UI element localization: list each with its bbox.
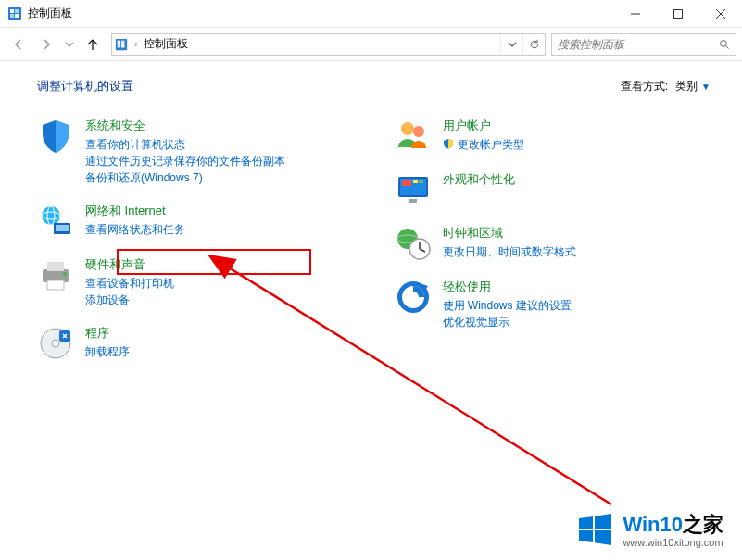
title-bar: 控制面板 xyxy=(0,0,742,28)
address-icon xyxy=(112,38,131,51)
left-column: 系统和安全 查看你的计算机状态 通过文件历史记录保存你的文件备份副本 备份和还原… xyxy=(37,118,358,379)
svg-point-28 xyxy=(401,122,414,135)
chevron-right-icon[interactable]: › xyxy=(131,39,142,49)
svg-rect-35 xyxy=(409,199,417,203)
globe-network-icon xyxy=(37,203,74,240)
svg-rect-6 xyxy=(674,9,683,18)
category-link[interactable]: 查看你的计算机状态 xyxy=(85,136,358,153)
svg-rect-33 xyxy=(413,180,418,183)
category-link[interactable]: 更改帐户类型 xyxy=(458,136,524,153)
close-button[interactable] xyxy=(699,0,742,28)
category-link[interactable]: 查看网络状态和任务 xyxy=(85,221,358,238)
svg-point-26 xyxy=(52,340,59,347)
window-title: 控制面板 xyxy=(28,6,72,21)
minimize-button[interactable] xyxy=(614,0,657,28)
category-link[interactable]: 优化视觉显示 xyxy=(443,314,715,330)
svg-rect-11 xyxy=(121,40,125,44)
back-button[interactable] xyxy=(6,31,31,57)
category-link[interactable]: 备份和还原(Windows 7) xyxy=(85,169,358,186)
category-title[interactable]: 外观和个性化 xyxy=(443,171,715,188)
search-input[interactable] xyxy=(556,37,717,52)
app-icon xyxy=(7,6,22,21)
svg-point-29 xyxy=(413,126,424,137)
category-title[interactable]: 网络和 Internet xyxy=(85,203,358,219)
category-ease-of-access: 轻松使用 使用 Windows 建议的设置 优化视觉显示 xyxy=(395,279,715,330)
svg-rect-2 xyxy=(15,9,19,13)
forward-button[interactable] xyxy=(33,31,59,57)
disc-icon xyxy=(37,325,74,362)
search-box[interactable] xyxy=(551,33,736,56)
view-by-label: 查看方式: xyxy=(621,79,668,94)
svg-point-24 xyxy=(63,272,67,276)
windows-logo-icon xyxy=(576,511,613,551)
category-title[interactable]: 硬件和声音 xyxy=(85,256,358,273)
category-title[interactable]: 时钟和区域 xyxy=(443,225,715,242)
category-appearance: 外观和个性化 xyxy=(395,171,715,208)
page-title: 调整计算机的设置 xyxy=(37,78,621,94)
recent-locations-button[interactable] xyxy=(61,31,78,57)
svg-rect-1 xyxy=(10,9,14,13)
category-system-security: 系统和安全 查看你的计算机状态 通过文件历史记录保存你的文件备份副本 备份和还原… xyxy=(37,118,358,186)
up-button[interactable] xyxy=(80,31,106,57)
people-icon xyxy=(395,118,432,155)
category-title[interactable]: 轻松使用 xyxy=(443,279,715,295)
search-icon[interactable] xyxy=(717,39,732,50)
breadcrumb[interactable]: 控制面板 xyxy=(142,36,190,52)
category-hardware-sound: 硬件和声音 查看设备和打印机 添加设备 xyxy=(37,256,358,308)
svg-rect-13 xyxy=(121,44,125,48)
category-link[interactable]: 使用 Windows 建议的设置 xyxy=(443,297,715,314)
maximize-button[interactable] xyxy=(657,0,699,28)
monitor-icon xyxy=(395,171,432,208)
shield-icon xyxy=(37,118,74,155)
watermark-url: www.win10xitong.com xyxy=(623,537,723,548)
category-title[interactable]: 系统和安全 xyxy=(85,118,358,134)
category-link[interactable]: 添加设备 xyxy=(85,292,358,308)
svg-rect-34 xyxy=(419,180,423,183)
category-link[interactable]: 查看设备和打印机 xyxy=(85,275,358,292)
svg-point-16 xyxy=(42,206,60,225)
svg-rect-10 xyxy=(118,40,121,44)
svg-rect-23 xyxy=(47,280,64,290)
watermark-title: Win10之家 xyxy=(623,514,723,536)
address-dropdown-button[interactable] xyxy=(500,34,522,55)
svg-rect-4 xyxy=(15,14,19,18)
view-by-value: 类别 xyxy=(675,79,698,94)
svg-rect-22 xyxy=(47,262,64,271)
content-area: 调整计算机的设置 查看方式: 类别 ▼ 系统和安全 查看你的计算机状态 通过文件… xyxy=(0,61,742,388)
view-by-dropdown[interactable]: 类别 ▼ xyxy=(672,78,714,95)
svg-point-14 xyxy=(721,40,727,46)
category-link[interactable]: 通过文件历史记录保存你的文件备份副本 xyxy=(85,153,358,169)
refresh-button[interactable] xyxy=(522,34,545,55)
category-link[interactable]: 更改日期、时间或数字格式 xyxy=(443,243,715,260)
ease-of-access-icon xyxy=(395,279,432,316)
address-bar[interactable]: › 控制面板 xyxy=(111,33,546,56)
category-programs: 程序 卸载程序 xyxy=(37,325,358,362)
svg-line-15 xyxy=(726,45,729,48)
nav-bar: › 控制面板 xyxy=(0,28,742,61)
svg-rect-32 xyxy=(402,180,411,186)
svg-rect-20 xyxy=(56,225,69,231)
category-title[interactable]: 程序 xyxy=(85,325,358,342)
right-column: 用户帐户 更改帐户类型 外观和个性化 xyxy=(395,118,715,379)
category-user-accounts: 用户帐户 更改帐户类型 xyxy=(395,118,715,155)
uac-shield-icon xyxy=(443,138,454,152)
category-link[interactable]: 卸载程序 xyxy=(85,343,358,360)
category-network: 网络和 Internet 查看网络状态和任务 xyxy=(37,203,358,240)
clock-globe-icon xyxy=(395,225,432,262)
watermark: Win10之家 www.win10xitong.com xyxy=(576,511,723,551)
printer-icon xyxy=(37,256,74,293)
svg-rect-12 xyxy=(118,44,121,48)
category-clock-region: 时钟和区域 更改日期、时间或数字格式 xyxy=(395,225,715,262)
svg-rect-3 xyxy=(10,14,14,18)
category-title[interactable]: 用户帐户 xyxy=(443,118,715,134)
caret-down-icon: ▼ xyxy=(701,81,711,92)
